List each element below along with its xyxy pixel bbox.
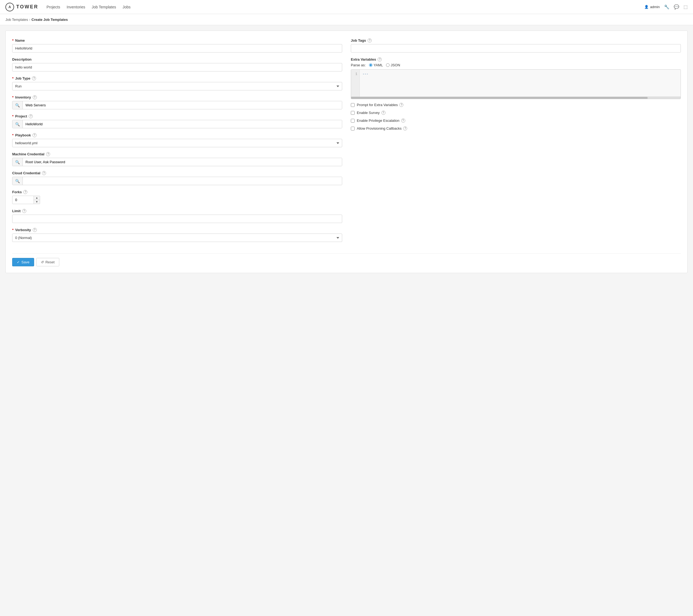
job-tags-input[interactable] bbox=[351, 44, 681, 53]
forks-input[interactable] bbox=[12, 196, 34, 204]
forks-spinner: ▲ ▼ bbox=[34, 196, 40, 204]
enable-survey-group: Enable Survey ? bbox=[351, 111, 681, 115]
limit-input[interactable] bbox=[12, 215, 342, 223]
machine-credential-input[interactable] bbox=[23, 158, 342, 166]
nav-jobs[interactable]: Jobs bbox=[123, 4, 131, 10]
cloud-credential-label-text: Cloud Credential bbox=[12, 171, 40, 175]
verbosity-required-star: * bbox=[12, 228, 14, 232]
machine-credential-help-icon[interactable]: ? bbox=[46, 152, 50, 156]
machine-credential-group: Machine Credential ? 🔍 bbox=[12, 152, 342, 166]
enable-survey-checkbox[interactable] bbox=[351, 111, 355, 115]
reset-button[interactable]: ↺ Reset bbox=[36, 258, 59, 266]
main-content: * Name Description * Job Type bbox=[0, 25, 693, 278]
job-type-select[interactable]: Run Check Scan bbox=[12, 82, 342, 91]
logo: A TOWER bbox=[5, 3, 38, 12]
job-type-help-icon[interactable]: ? bbox=[32, 76, 36, 80]
machine-credential-search-button[interactable]: 🔍 bbox=[13, 158, 23, 166]
verbosity-help-icon[interactable]: ? bbox=[33, 228, 37, 232]
extra-variables-group: Extra Variables ? Parse as: YAML JSON bbox=[351, 57, 681, 99]
cloud-credential-input[interactable] bbox=[23, 177, 342, 185]
chat-icon[interactable]: 💬 bbox=[674, 4, 679, 9]
job-tags-label-text: Job Tags bbox=[351, 38, 366, 42]
nav-job-templates[interactable]: Job Templates bbox=[92, 4, 116, 10]
wrench-icon[interactable]: 🔧 bbox=[664, 4, 670, 9]
inventory-help-icon[interactable]: ? bbox=[33, 95, 37, 99]
limit-label: Limit ? bbox=[12, 209, 342, 213]
project-input[interactable] bbox=[23, 120, 342, 128]
name-label-text: Name bbox=[15, 38, 25, 42]
limit-label-text: Limit bbox=[12, 209, 21, 213]
name-label: * Name bbox=[12, 38, 342, 42]
inventory-search-group: 🔍 bbox=[12, 101, 342, 110]
project-required-star: * bbox=[12, 114, 14, 118]
logout-icon[interactable]: ⬚ bbox=[684, 4, 688, 9]
job-tags-group: Job Tags ? bbox=[351, 38, 681, 53]
verbosity-label-text: Verbosity bbox=[15, 228, 31, 232]
prompt-extra-variables-checkbox[interactable] bbox=[351, 103, 355, 107]
project-group: * Project ? 🔍 bbox=[12, 114, 342, 128]
breadcrumb-job-templates[interactable]: Job Templates bbox=[5, 18, 28, 22]
code-content[interactable]: --- bbox=[360, 69, 680, 97]
forks-increment-button[interactable]: ▲ bbox=[34, 196, 40, 200]
description-label-text: Description bbox=[12, 57, 32, 61]
form-card: * Name Description * Job Type bbox=[5, 31, 688, 273]
editor-scrollbar[interactable] bbox=[351, 97, 680, 99]
description-input[interactable] bbox=[12, 63, 342, 72]
enable-survey-help-icon[interactable]: ? bbox=[381, 111, 385, 115]
inventory-label: * Inventory ? bbox=[12, 95, 342, 99]
enable-privilege-text: Enable Privilege Escalation bbox=[357, 119, 399, 123]
machine-credential-label: Machine Credential ? bbox=[12, 152, 342, 156]
job-type-required-star: * bbox=[12, 76, 14, 80]
job-type-label-text: Job Type bbox=[15, 76, 30, 80]
nav-projects[interactable]: Projects bbox=[46, 4, 60, 10]
playbook-help-icon[interactable]: ? bbox=[33, 133, 37, 137]
navbar: A TOWER Projects Inventories Job Templat… bbox=[0, 0, 693, 14]
parse-json-radio[interactable] bbox=[386, 63, 390, 67]
parse-as-row: Parse as: YAML JSON bbox=[351, 63, 681, 67]
save-button-label: Save bbox=[21, 260, 29, 264]
allow-provisioning-help-icon[interactable]: ? bbox=[403, 126, 407, 131]
parse-as-label: Parse as: bbox=[351, 63, 366, 67]
extra-variables-label: Extra Variables ? bbox=[351, 57, 681, 61]
inventory-search-button[interactable]: 🔍 bbox=[13, 101, 23, 109]
inventory-group: * Inventory ? 🔍 bbox=[12, 95, 342, 110]
project-search-button[interactable]: 🔍 bbox=[13, 120, 23, 128]
logo-text: TOWER bbox=[16, 4, 38, 10]
save-button[interactable]: ✓ Save bbox=[12, 258, 34, 266]
forks-decrement-button[interactable]: ▼ bbox=[34, 200, 40, 204]
enable-privilege-help-icon[interactable]: ? bbox=[401, 119, 405, 123]
enable-survey-label: Enable Survey ? bbox=[357, 111, 385, 115]
job-tags-help-icon[interactable]: ? bbox=[368, 38, 372, 42]
editor-scrollbar-thumb bbox=[351, 97, 648, 99]
allow-provisioning-checkbox[interactable] bbox=[351, 127, 355, 131]
breadcrumb: Job Templates › Create Job Templates bbox=[0, 14, 693, 25]
prompt-extra-help-icon[interactable]: ? bbox=[399, 103, 403, 107]
inventory-required-star: * bbox=[12, 95, 14, 99]
playbook-label-text: Playbook bbox=[15, 133, 31, 137]
parse-yaml-radio[interactable] bbox=[369, 63, 373, 67]
code-editor[interactable]: 1 --- bbox=[351, 69, 681, 99]
playbook-group: * Playbook ? helloworld.yml bbox=[12, 133, 342, 147]
prompt-extra-variables-label: Prompt for Extra Variables ? bbox=[357, 103, 403, 107]
extra-variables-help-icon[interactable]: ? bbox=[378, 57, 382, 61]
playbook-select[interactable]: helloworld.yml bbox=[12, 139, 342, 147]
forks-group: Forks ? ▲ ▼ bbox=[12, 190, 342, 204]
parse-yaml-label[interactable]: YAML bbox=[369, 63, 383, 67]
inventory-input[interactable] bbox=[23, 101, 342, 109]
forks-control: ▲ ▼ bbox=[12, 196, 342, 204]
code-editor-inner: 1 --- bbox=[351, 69, 680, 97]
limit-help-icon[interactable]: ? bbox=[22, 209, 26, 213]
forks-label-text: Forks bbox=[12, 190, 22, 194]
project-help-icon[interactable]: ? bbox=[29, 114, 33, 118]
cloud-credential-search-button[interactable]: 🔍 bbox=[13, 177, 23, 185]
parse-json-label[interactable]: JSON bbox=[386, 63, 400, 67]
verbosity-select[interactable]: 0 (Normal) 1 (Verbose) 2 (More Verbose) … bbox=[12, 234, 342, 242]
prompt-extra-variables-group: Prompt for Extra Variables ? bbox=[351, 103, 681, 107]
forks-help-icon[interactable]: ? bbox=[23, 190, 27, 194]
save-check-icon: ✓ bbox=[17, 260, 20, 264]
cloud-credential-label: Cloud Credential ? bbox=[12, 171, 342, 175]
name-input[interactable] bbox=[12, 44, 342, 53]
enable-privilege-checkbox[interactable] bbox=[351, 119, 355, 123]
cloud-credential-help-icon[interactable]: ? bbox=[42, 171, 46, 175]
nav-inventories[interactable]: Inventories bbox=[66, 4, 85, 10]
